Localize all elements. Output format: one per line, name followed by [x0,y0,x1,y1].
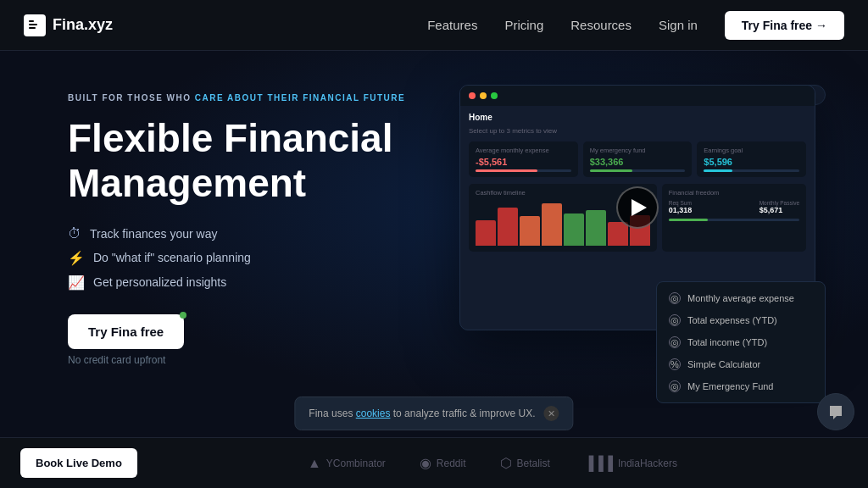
bar-5 [564,214,584,246]
cookie-close-button[interactable]: ✕ [544,406,559,421]
financial-freedom-box: Financial freedom Req Sum 01,318 Monthly… [662,184,806,252]
nav-signin-link[interactable]: Sign in [659,18,698,32]
nav-pricing-link[interactable]: Pricing [504,18,543,32]
bar-4 [542,203,562,246]
bar-1 [476,220,496,246]
dash-card-0: Average monthly expense -$5,561 [469,141,578,177]
nav-features-link[interactable]: Features [427,18,477,32]
bar-7 [608,222,628,246]
bottom-bar: Book Live Demo ▲ YCombinator ◉ Reddit ⬡ … [0,437,868,488]
chat-bubble[interactable] [817,393,854,430]
close-dot [469,92,476,99]
navbar: Fina.xyz Features Pricing Resources Sign… [0,0,868,51]
logo-ycombinator: ▲ YCombinator [308,456,386,471]
play-button[interactable] [616,186,659,229]
bar-2 [498,208,518,246]
dropdown-icon-3: % [669,358,681,370]
window-titlebar [460,86,815,106]
clock-icon: ⏱ [68,226,81,241]
dash-subtitle: Select up to 3 metrics to view [469,127,806,135]
svg-rect-1 [29,24,37,25]
dropdown-icon-2: ◎ [669,336,681,348]
hero-title: Flexible Financial Management [68,116,424,206]
logo[interactable]: Fina.xyz [24,14,113,36]
feature-3: 📈 Get personalized insights [68,274,424,291]
dashboard-cards: Average monthly expense -$5,561 My emerg… [469,141,806,177]
logo-reddit: ◉ Reddit [420,455,466,471]
hero-features: ⏱ Track finances your way ⚡ Do "what if"… [68,226,424,291]
minimize-dot [480,92,487,99]
dashboard-content: Home Select up to 3 metrics to view Aver… [460,106,815,258]
indiahackers-icon: ▐▐▐ [584,456,613,471]
reddit-icon: ◉ [420,455,431,471]
svg-rect-0 [29,20,34,22]
feature-2: ⚡ Do "what if" scenario planning [68,250,424,266]
cookie-banner: Fina uses cookies to analyze traffic & i… [294,396,573,430]
no-credit-text: No credit card upfront [68,354,424,366]
dropdown-icon-4: ◎ [669,380,681,392]
hero-cta-wrap: Try Fina free No credit card upfront [68,314,424,366]
dash-card-2: Earnings goal $5,596 [697,141,806,177]
chat-icon [826,402,845,421]
hero-section: BUILT FOR THOSE WHO CARE ABOUT THEIR FIN… [0,51,868,437]
nav-links: Features Pricing Resources Sign in Try F… [427,11,844,40]
dropdown-item-0[interactable]: ◎ Monthly average expense [657,287,825,309]
dropdown-item-1[interactable]: ◎ Total expenses (YTD) [657,309,825,331]
dropdown-panel: ◎ Monthly average expense ◎ Total expens… [656,281,826,403]
dropdown-item-3[interactable]: % Simple Calculator [657,353,825,375]
cookie-text: Fina uses cookies to analyze traffic & i… [309,408,535,419]
dropdown-item-4[interactable]: ◎ My Emergency Fund [657,375,825,397]
bar-6 [586,210,606,246]
ycombinator-icon: ▲ [308,456,321,471]
play-icon [632,199,647,216]
bar-3 [520,216,540,246]
nav-cta-button[interactable]: Try Fina free → [725,11,844,40]
lightning-icon: ⚡ [68,250,85,266]
green-dot [180,312,186,319]
hero-badge: BUILT FOR THOSE WHO CARE ABOUT THEIR FIN… [68,93,424,103]
logo-indiahackers: ▐▐▐ IndiaHackers [584,456,677,471]
hero-right: 🛡 Bank-grade security Home Select up to … [458,85,817,420]
logo-betalist: ⬡ Betalist [500,455,550,471]
betalist-icon: ⬡ [500,455,512,471]
svg-rect-2 [29,27,36,29]
dash-home-title: Home [469,113,806,122]
dropdown-icon-0: ◎ [669,292,681,304]
cookie-link[interactable]: cookies [356,408,391,419]
bottom-logos: ▲ YCombinator ◉ Reddit ⬡ Betalist ▐▐▐ In… [137,455,848,471]
logo-icon [24,14,46,36]
feature-1: ⏱ Track finances your way [68,226,424,241]
hero-cta-button[interactable]: Try Fina free [68,314,184,349]
expand-dot [491,92,498,99]
chart-icon: 📈 [68,274,85,291]
dropdown-icon-1: ◎ [669,314,681,326]
dash-card-1: My emergency fund $33,366 [583,141,693,177]
dropdown-item-2[interactable]: ◎ Total income (YTD) [657,331,825,353]
nav-resources-link[interactable]: Resources [570,18,632,32]
hero-left: BUILT FOR THOSE WHO CARE ABOUT THEIR FIN… [68,85,424,420]
book-demo-button[interactable]: Book Live Demo [20,448,137,478]
